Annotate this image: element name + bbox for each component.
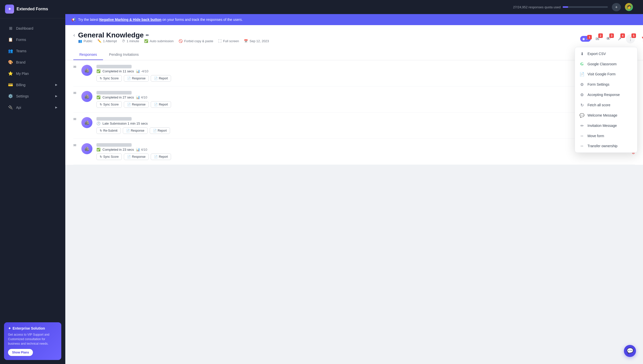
email-button[interactable]: ✉ 2 (593, 34, 602, 43)
form-tabs: Responses Pending Invitations (73, 49, 635, 60)
status-text: Late Submission 1 min 15 secs (102, 122, 148, 125)
report-button[interactable]: 📄 Report (150, 127, 170, 134)
badge-5: 5 (631, 33, 636, 38)
sync-score-button[interactable]: ↻ Sync Score (96, 101, 122, 108)
preview-button[interactable]: 👁 3 (604, 34, 613, 43)
back-button[interactable]: ‹ (73, 32, 75, 38)
badge-3: 3 (609, 33, 614, 38)
response-status: ✅ Completed in 11 secs 📊 -4/10 (96, 69, 601, 73)
quota-fill (563, 6, 568, 8)
email-blur (96, 117, 132, 121)
settings-arrow: ▶ (55, 94, 57, 98)
response-avatar: 🪨 (81, 143, 92, 154)
tab-pending[interactable]: Pending Invitations (103, 49, 145, 60)
transfer-icon: ↔ (579, 144, 584, 148)
invitation-icon: ✏ (579, 123, 584, 128)
report-button[interactable]: 📄 Report (151, 75, 171, 82)
report-button[interactable]: 📄 Report (151, 101, 171, 108)
dropdown-visit-google-form[interactable]: 📄 Visit Google Form (575, 69, 637, 79)
dropdown-accepting-response[interactable]: ⚙ Accepting Response (575, 90, 637, 100)
move-icon: ↔ (579, 134, 584, 138)
sync-score-button[interactable]: ↻ Sync Score (96, 153, 122, 160)
response-button[interactable]: 📄 Response (124, 153, 149, 160)
response-actions: ↻ Sync Score 📄 Response 📄 Report (96, 153, 601, 160)
dropdown-google-classroom[interactable]: G Google Classroom (575, 59, 637, 69)
toggle-button[interactable]: ◉ ✓ 1 (580, 36, 591, 42)
edit-icon[interactable]: ✏ (146, 33, 149, 38)
add-button[interactable]: ＋ (612, 3, 621, 11)
form-settings-icon: ⚙ (579, 82, 584, 87)
tab-responses[interactable]: Responses (73, 49, 103, 60)
email-indicator: ✉ (73, 117, 76, 121)
dropdown-transfer-ownership[interactable]: ↔ Transfer ownership (575, 141, 637, 151)
more-button[interactable]: ⋮ 5 (626, 34, 635, 43)
sidebar-item-myplan[interactable]: ⭐ My Plan (2, 68, 63, 79)
sidebar-item-dashboard[interactable]: ⊞ Dashboard (2, 23, 63, 34)
score-value: -4/10 (141, 69, 148, 73)
header-actions: ◉ ✓ 1 ✉ 2 👁 3 ↗ 4 (580, 34, 635, 43)
dropdown-welcome-message[interactable]: 💬 Welcome Message (575, 110, 637, 121)
share-button[interactable]: ↗ 4 (615, 34, 624, 43)
dropdown-invitation-message[interactable]: ✏ Invitation Message (575, 121, 637, 131)
banner-suffix: on your forms and track the responses of… (162, 18, 243, 22)
enterprise-title: ✦ Enterprise Solution (8, 326, 57, 330)
show-plans-button[interactable]: Show Plans (8, 349, 33, 356)
sidebar: ✦ Extended Forms ⊞ Dashboard 📋 Forms 👥 T… (0, 0, 65, 364)
response-button[interactable]: 📄 Response (123, 127, 148, 134)
response-row: ✉ 🪨 🕐 Late Submission 1 min 15 secs ↻ Re… (73, 113, 635, 139)
status-text: Completed in 11 secs (102, 69, 134, 73)
export-csv-icon: ⬇ (579, 51, 584, 56)
sync-score-button[interactable]: ↻ Sync Score (96, 75, 122, 82)
sidebar-item-brand[interactable]: 🎨 Brand (2, 57, 63, 68)
responses-list: ✉ 🪨 ✅ Completed in 11 secs 📊 -4/10 (65, 60, 643, 165)
dropdown-export-csv[interactable]: ⬇ Export CSV (575, 49, 637, 59)
status-text: Completed in 23 secs (102, 148, 134, 151)
status-icon: ✅ (96, 148, 100, 151)
resubmit-button[interactable]: ↻ Re-Submit (96, 127, 121, 134)
response-row: ✉ 🪨 ✅ Completed in 23 secs 📊 4/10 (73, 139, 635, 165)
email-indicator: ✉ (73, 65, 76, 69)
chat-button[interactable]: 💬 (624, 345, 636, 357)
meta-time: ⏱ 1 minute (122, 39, 139, 43)
sidebar-item-teams[interactable]: 👥 Teams (2, 45, 63, 56)
dropdown-menu: ⬇ Export CSV G Google Classroom 📄 Visit … (575, 47, 637, 153)
sidebar-item-billing[interactable]: 💳 Billing ▶ (2, 79, 63, 90)
api-icon: 🔌 (8, 105, 13, 110)
form-header: ‹ General Knowledge ✏ 👥 Public ✏️ 1 Atte… (65, 25, 643, 60)
move-label: Move form (587, 134, 604, 138)
score-icon: 📊 (136, 95, 140, 99)
response-button[interactable]: 📄 Response (124, 101, 149, 108)
banner-link[interactable]: Negative Marking & Hide back button (99, 18, 161, 22)
avatar-icon: 🪨 (84, 68, 89, 73)
google-classroom-icon: G (579, 62, 584, 66)
avatar: 🧑 (625, 3, 633, 11)
dropdown-form-settings[interactable]: ⚙ Form Settings (575, 79, 637, 90)
score-icon: 📊 (136, 148, 140, 151)
response-status: ✅ Completed in 23 secs 📊 4/10 (96, 148, 601, 151)
sidebar-item-settings[interactable]: ⚙️ Settings ▶ (2, 91, 63, 101)
avatar-icon: 🪨 (84, 146, 89, 151)
response-status: 🕐 Late Submission 1 min 15 secs (96, 122, 601, 125)
forms-icon: 📋 (8, 37, 13, 42)
sidebar-item-forms[interactable]: 📋 Forms (2, 34, 63, 45)
status-icon: ✅ (96, 69, 100, 73)
sidebar-item-label: Brand (16, 60, 25, 64)
meta-date: 📅 Sep 12, 2023 (244, 39, 269, 43)
sidebar-item-label: Forms (16, 38, 26, 42)
email-blur (96, 143, 132, 147)
response-row: ✉ 🪨 ✅ Completed in 11 secs 📊 -4/10 (73, 60, 635, 86)
announcement-banner: 📢 Try the latest Negative Marking & Hide… (65, 14, 643, 25)
accepting-icon: ⚙ (579, 92, 584, 97)
response-button[interactable]: 📄 Response (124, 75, 149, 82)
dropdown-move-form[interactable]: ↔ Move form (575, 131, 637, 141)
response-status: ✅ Completed in 27 secs 📊 4/10 (96, 95, 601, 99)
logo-text: Extended Forms (17, 7, 48, 11)
billing-arrow: ▶ (55, 83, 57, 86)
sidebar-item-label: Settings (16, 94, 29, 98)
email-row (96, 117, 601, 121)
quota-bar (563, 6, 608, 8)
form-meta: 👥 Public ✏️ 1 Attempt ⏱ 1 minute ✅ Auto … (78, 39, 269, 43)
dropdown-fetch-score[interactable]: ↻ Fetch all score (575, 100, 637, 110)
sidebar-item-api[interactable]: 🔌 Api ▶ (2, 102, 63, 113)
report-button[interactable]: 📄 Report (151, 153, 171, 160)
